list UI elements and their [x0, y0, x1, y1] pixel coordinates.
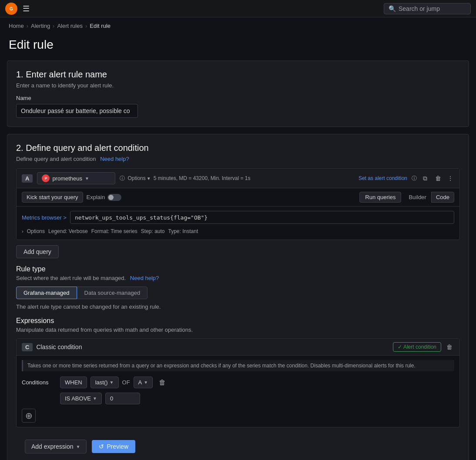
query-mode-group: Run queries Builder Code — [359, 192, 454, 203]
kick-start-button[interactable]: Kick start your query — [22, 192, 83, 203]
preview-button[interactable]: ↺ Preview — [92, 440, 135, 453]
search-text: Search or jump — [399, 5, 440, 12]
builder-button[interactable]: Builder — [404, 192, 431, 203]
rule-type-title: Rule type — [16, 265, 460, 273]
section-query-condition: 2. Define query and alert condition Defi… — [7, 134, 469, 460]
search-icon: 🔍 — [389, 5, 396, 12]
breadcrumb-current: Edit rule — [90, 23, 111, 29]
query-options-row[interactable]: › Options Legend: Verbose Format: Time s… — [22, 227, 454, 235]
breadcrumb-sep-2: › — [53, 23, 54, 29]
of-label: OF — [122, 379, 130, 386]
rule-type-help-link[interactable]: Need help? — [130, 275, 159, 281]
explain-label: Explain — [87, 194, 105, 200]
expressions-section: Expressions Manipulate data returned fro… — [16, 317, 460, 427]
tab-grafana-managed[interactable]: Grafana-managed — [16, 287, 77, 299]
query-toolbar: Kick start your query Explain Run querie… — [17, 188, 459, 207]
datasource-selector[interactable]: P prometheus ▼ — [37, 172, 115, 184]
query-input-wrap[interactable]: network_ups_tools_ups_status{flag="OB"} — [70, 211, 454, 224]
of-chevron-icon: ▼ — [144, 380, 148, 385]
delete-icon[interactable]: 🗑 — [433, 174, 443, 183]
datasource-name: prometheus — [52, 175, 82, 182]
breadcrumb-alert-rules[interactable]: Alert rules — [57, 23, 83, 29]
chevron-down-icon: ▼ — [85, 176, 89, 181]
metrics-browser-button[interactable]: Metrics browser > — [22, 214, 67, 221]
more-options-icon[interactable]: ⋮ — [447, 175, 454, 182]
format-option: Format: Time series — [91, 228, 137, 234]
query-header-a: A P prometheus ▼ ⓘ Options ▼ 5 minutes, … — [17, 169, 459, 188]
name-input[interactable] — [16, 104, 138, 118]
section1-desc: Enter a name to identify your alert rule… — [16, 82, 460, 89]
section1-title: 1. Enter alert rule name — [16, 70, 460, 80]
options-chevron-icon: ▼ — [147, 176, 151, 181]
add-query-button[interactable]: Add query — [16, 245, 59, 258]
classic-condition-panel: C Classic condition ✓ Alert condition 🗑 … — [16, 338, 460, 427]
section2-title: 2. Define query and alert condition — [16, 143, 460, 153]
expr-body: Takes one or more time series returned f… — [17, 356, 459, 427]
delete-expr-icon[interactable]: 🗑 — [445, 343, 454, 351]
add-expression-chevron-icon: ▼ — [76, 444, 80, 449]
add-condition-button[interactable]: ⊕ — [22, 409, 36, 423]
topbar-left: G ☰ — [5, 3, 30, 15]
type-option: Type: Instant — [168, 228, 198, 234]
threshold-input[interactable] — [105, 393, 140, 404]
options-button[interactable]: Options ▼ — [127, 175, 151, 181]
rule-type-desc: Select where the alert rule will be mana… — [16, 275, 460, 281]
explain-toggle[interactable] — [107, 194, 121, 201]
options-row-label: Options — [27, 228, 45, 234]
expr-header-right: ✓ Alert condition 🗑 — [393, 342, 454, 352]
query-editor-row: Metrics browser > network_ups_tools_ups_… — [22, 211, 454, 224]
legend-option: Legend: Verbose — [48, 228, 88, 234]
set-alert-condition-button[interactable]: Set as alert condition — [359, 175, 407, 181]
code-button[interactable]: Code — [431, 192, 454, 203]
is-above-chevron-icon: ▼ — [93, 396, 97, 401]
rule-type-note: The alert rule type cannot be changed fo… — [16, 303, 460, 310]
when-label: WHEN — [60, 377, 87, 388]
bottom-bar: Add expression ▼ ↺ Preview — [16, 433, 460, 460]
when-chevron-icon: ▼ — [110, 380, 114, 385]
page-title: Edit rule — [0, 34, 476, 60]
toggle-knob — [108, 195, 114, 200]
breadcrumb-home[interactable]: Home — [9, 23, 24, 29]
query-meta: ⓘ Options ▼ 5 minutes, MD = 43200, Min. … — [120, 175, 354, 182]
editor-mode-group: Builder Code — [404, 192, 454, 203]
expr-header-left: C Classic condition — [22, 343, 82, 351]
delete-condition-button[interactable]: 🗑 — [156, 378, 168, 387]
tab-datasource-managed[interactable]: Data source-managed — [77, 287, 148, 299]
rule-type-section: Rule type Select where the alert rule wi… — [16, 265, 460, 310]
breadcrumb-alerting[interactable]: Alerting — [31, 23, 50, 29]
alert-condition-badge[interactable]: ✓ Alert condition — [393, 342, 441, 352]
run-queries-button[interactable]: Run queries — [359, 192, 401, 203]
search-bar[interactable]: 🔍 Search or jump — [384, 3, 471, 14]
expressions-desc: Manipulate data returned from queries wi… — [16, 327, 460, 333]
conditions-row: Conditions WHEN last() ▼ OF A ▼ 🗑 — [22, 377, 454, 388]
section-alert-name: 1. Enter alert rule name Enter a name to… — [7, 60, 469, 127]
of-select[interactable]: A ▼ — [134, 377, 153, 388]
need-help-link[interactable]: Need help? — [100, 156, 129, 162]
query-code[interactable]: network_ups_tools_ups_status{flag="OB"} — [75, 214, 208, 221]
preview-label: Preview — [107, 443, 128, 450]
step-option: Step: auto — [141, 228, 165, 234]
breadcrumb-sep-3: › — [85, 23, 87, 29]
breadcrumb-sep-1: › — [27, 23, 28, 29]
options-chevron-icon: › — [22, 229, 23, 234]
copy-icon[interactable]: ⧉ — [421, 174, 429, 183]
info-icon: ⓘ — [120, 175, 125, 182]
expr-label-c: C — [22, 343, 33, 351]
expr-info: Takes one or more time series returned f… — [22, 360, 454, 371]
help-icon: ⓘ — [412, 175, 417, 182]
add-expression-button[interactable]: Add expression ▼ — [25, 440, 87, 453]
prometheus-icon: P — [42, 174, 50, 182]
refresh-icon: ↺ — [99, 443, 104, 450]
query-meta-text: 5 minutes, MD = 43200, Min. Interval = 1… — [154, 175, 251, 181]
expr-header: C Classic condition ✓ Alert condition 🗑 — [17, 339, 459, 356]
is-above-select[interactable]: IS ABOVE ▼ — [60, 393, 102, 404]
section2-desc: Define query and alert condition Need he… — [16, 156, 460, 162]
query-label-a: A — [22, 174, 33, 183]
when-select[interactable]: last() ▼ — [91, 377, 119, 388]
query-body: Metrics browser > network_ups_tools_ups_… — [17, 207, 459, 240]
query-panel-a: A P prometheus ▼ ⓘ Options ▼ 5 minutes, … — [16, 168, 460, 240]
query-toolbar-left: Kick start your query Explain — [22, 192, 121, 203]
conditions-label: Conditions — [22, 379, 57, 386]
hamburger-icon[interactable]: ☰ — [23, 4, 30, 13]
topbar: G ☰ 🔍 Search or jump — [0, 0, 476, 17]
